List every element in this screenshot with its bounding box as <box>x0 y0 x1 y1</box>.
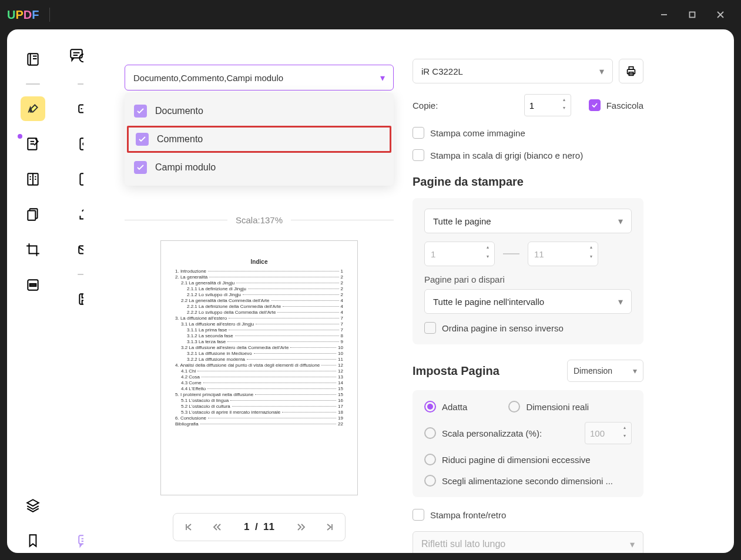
chevron-down-icon: ▾ <box>618 216 623 227</box>
copies-input[interactable]: 1 ▴▾ <box>524 94 571 116</box>
toc-line: 2.1.2 Lo sviluppo di Jingju2 <box>175 292 343 297</box>
setup-section-title: Imposta Pagina <box>413 364 499 378</box>
reverse-checkbox[interactable] <box>424 322 436 334</box>
reader-icon[interactable] <box>21 47 45 72</box>
comment-tool-icon[interactable] <box>21 96 45 121</box>
preview-title: Indice <box>175 259 343 265</box>
chevron-down-icon: ▾ <box>618 296 623 307</box>
last-page-button[interactable] <box>317 516 343 538</box>
bookmark-icon[interactable] <box>21 528 45 553</box>
titlebar: UPDF <box>0 0 741 29</box>
layers-icon[interactable] <box>21 493 45 518</box>
content-dropdown: Documento Commento Campi modulo <box>125 93 394 186</box>
spin-down-icon[interactable]: ▾ <box>560 105 568 113</box>
toc-line: 5. I problemi principali nella diffusion… <box>175 392 343 397</box>
toc-line: 4.4 L'Effetto15 <box>175 386 343 391</box>
printer-properties-button[interactable] <box>619 59 643 83</box>
toc-line: 3.2 La diffusione all'estero della Comme… <box>175 345 343 350</box>
toc-line: 3.1.3 La terza fase9 <box>175 339 343 344</box>
toc-line: 2.2.1 La definizione della Commedia dell… <box>175 304 343 309</box>
app-logo: UPDF <box>7 8 39 22</box>
toc-line: 3.1.2 La seconda fase8 <box>175 333 343 338</box>
odd-even-select[interactable]: Tutte le pagine nell'intervallo ▾ <box>424 289 632 314</box>
organize-icon[interactable] <box>21 202 45 227</box>
toc-line: 5.3 L'ostacolo di aprire il mercato inte… <box>175 410 343 415</box>
dropdown-item-documento[interactable]: Documento <box>125 98 394 125</box>
annotation-icon[interactable] <box>69 47 84 65</box>
dropdown-item-commento[interactable]: Commento <box>127 126 391 153</box>
toc-line: 2.1 La generalità di Jingju2 <box>175 280 343 286</box>
toc-line: 2.1.1 La definizione di Jingju2 <box>175 286 343 291</box>
duplex-checkbox[interactable] <box>413 509 424 521</box>
printer-select[interactable]: iR C3222L ▾ <box>413 59 613 83</box>
page-preview: Indice 1. Introduzione12. La generalità2… <box>160 240 358 495</box>
scale-indicator: Scala:137% <box>125 215 394 225</box>
spin-up-icon[interactable]: ▴ <box>560 97 568 105</box>
odd-even-label: Pagine pari o dispari <box>424 274 632 284</box>
checkbox-checked-icon <box>136 133 149 146</box>
redact-icon[interactable] <box>21 273 45 297</box>
svg-rect-5 <box>28 211 35 220</box>
toc-line: 5.1 L'ostacolo di lingua16 <box>175 398 343 403</box>
pages-section-title: Pagine da stampare <box>413 175 643 189</box>
prev-page-button[interactable] <box>204 516 230 538</box>
content-select[interactable]: Documento,Commento,Campi modulo ▾ <box>125 65 394 90</box>
print-dialog: Documento,Commento,Campi modulo ▾ Docume… <box>83 29 658 553</box>
toc-line: 1. Introduzione1 <box>175 269 343 274</box>
checkbox-checked-icon <box>134 105 147 118</box>
custom-scale-input[interactable]: 100 ▴▾ <box>585 422 632 444</box>
svg-rect-19 <box>71 49 82 58</box>
grayscale-checkbox[interactable] <box>413 149 424 161</box>
toc-line: 2.2.2 Lo sviluppo della Commedia dell'Ar… <box>175 310 343 315</box>
svg-rect-1 <box>28 53 38 65</box>
custom-scale-radio[interactable] <box>424 427 436 439</box>
actual-size-radio[interactable] <box>508 401 520 413</box>
minimize-button[interactable] <box>651 5 678 24</box>
page-range-select[interactable]: Tutte le pagine ▾ <box>424 209 632 233</box>
page-info: 1 / 11 <box>232 521 286 533</box>
svg-rect-0 <box>690 12 695 18</box>
checkbox-checked-icon <box>134 161 147 174</box>
toc-line: 5.2 L'ostacolo di cultura17 <box>175 404 343 409</box>
duplex-mode-select: Rifletti sul lato lungo ▾ <box>413 531 643 553</box>
left-toolbar <box>7 29 59 553</box>
first-page-button[interactable] <box>176 516 202 538</box>
pages-icon[interactable] <box>21 167 45 192</box>
chevron-down-icon: ▾ <box>630 539 635 550</box>
collate-checkbox[interactable] <box>589 99 601 111</box>
print-as-image-checkbox[interactable] <box>413 127 424 139</box>
toc-line: 3.1.1 La prima fase7 <box>175 327 343 333</box>
svg-rect-9 <box>629 67 633 70</box>
close-button[interactable] <box>707 5 734 24</box>
toc-line: Bibliografia22 <box>175 421 343 427</box>
range-dash-icon <box>503 253 519 254</box>
toc-line: 3.2.1 La diffusione in Medioevo10 <box>175 351 343 356</box>
shrink-radio[interactable] <box>424 454 436 465</box>
maximize-button[interactable] <box>679 5 706 24</box>
toc-line: 2.2 La generalità della Commedia dell'Ar… <box>175 298 343 303</box>
next-page-button[interactable] <box>289 516 314 538</box>
toc-line: 4.2 Cosa13 <box>175 374 343 380</box>
active-indicator-icon <box>18 134 22 139</box>
toc-line: 3. La diffusione all'estero7 <box>175 316 343 321</box>
toc-line: 3.2.2 La diffusione moderna11 <box>175 357 343 362</box>
fit-radio[interactable] <box>424 401 436 413</box>
page-navigator: 1 / 11 <box>173 513 346 541</box>
crop-icon[interactable] <box>21 237 45 262</box>
range-to-input[interactable]: 11 ▴▾ <box>528 242 598 266</box>
source-by-size-radio[interactable] <box>424 475 436 487</box>
svg-rect-7 <box>30 284 36 286</box>
page-size-select[interactable]: Dimension ▾ <box>567 360 643 382</box>
range-from-input[interactable]: 1 ▴▾ <box>424 242 495 266</box>
chevron-down-icon: ▾ <box>380 72 385 83</box>
toc-line: 4.1 Chi12 <box>175 368 343 374</box>
dropdown-item-campi[interactable]: Campi modulo <box>125 154 394 181</box>
content-select-value: Documento,Commento,Campi modulo <box>133 73 380 83</box>
edit-icon[interactable] <box>21 132 45 156</box>
chevron-down-icon: ▾ <box>599 66 604 77</box>
chevron-down-icon: ▾ <box>633 366 637 375</box>
toc-line: 4. Analisi della diffusione dal punto di… <box>175 363 343 368</box>
toc-line: 4.3 Come14 <box>175 380 343 385</box>
toc-line: 6. Conclusione19 <box>175 415 343 421</box>
toc-line: 2. La generalità2 <box>175 274 343 280</box>
